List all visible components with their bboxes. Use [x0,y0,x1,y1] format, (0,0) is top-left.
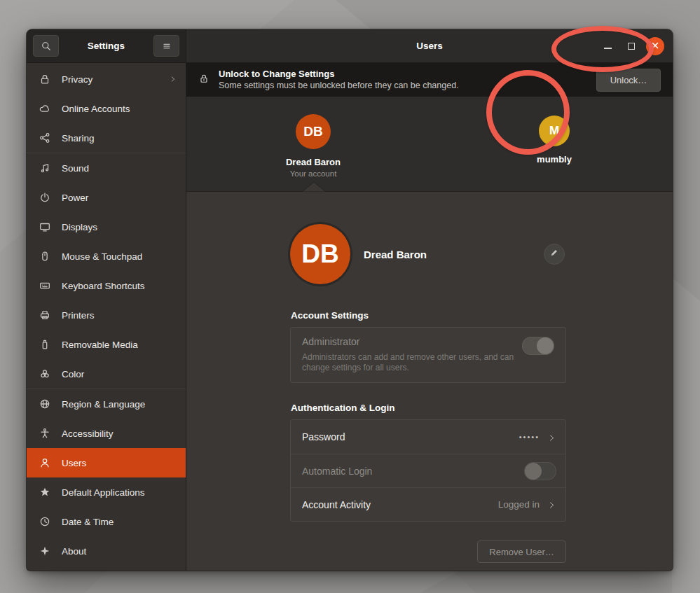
lock-icon [198,73,210,87]
star-icon [39,486,51,498]
account-settings-heading: Account Settings [291,310,566,321]
desktop-background: Settings Privacy Online Accounts Shar [0,0,700,593]
password-dots: ••••• [519,433,540,441]
your-account-label: Your account [264,169,362,178]
unlock-banner-title: Unlock to Change Settings [219,69,459,79]
globe-icon [39,398,51,410]
clock-icon [39,515,51,528]
sidebar-item-color[interactable]: Color [27,359,186,389]
account-name: Dread Baron [364,249,427,260]
user-card-dread-baron[interactable]: DB Dread Baron Your account [264,114,362,178]
avatar-mumbly[interactable]: M [539,116,570,146]
toggle-knob [525,463,542,480]
sidebar-item-sound[interactable]: Sound [27,153,186,183]
remove-user-button[interactable]: Remove User… [477,540,566,563]
administrator-toggle[interactable] [522,337,554,355]
sidebar-item-power[interactable]: Power [27,183,186,212]
chevron-right-icon [169,75,177,83]
sidebar-item-users[interactable]: Users [27,448,186,477]
color-circles-icon [39,368,51,380]
user-name: Dread Baron [264,157,362,167]
toggle-knob [537,337,554,354]
authentication-login-heading: Authentication & Login [291,403,566,413]
chevron-right-icon [547,433,556,442]
search-icon [41,41,52,52]
large-avatar[interactable]: DB [290,224,350,284]
power-icon [39,191,51,204]
automatic-login-toggle[interactable] [524,462,556,480]
sidebar-title: Settings [59,41,153,51]
window-controls [598,29,664,62]
unlock-banner-subtitle: Some settings must be unlocked before th… [219,81,459,91]
main-pane: Users Unlock to Change Settings Some set… [186,29,673,571]
account-activity-row[interactable]: Account Activity Logged in [291,487,565,521]
cloud-icon [39,102,51,115]
sidebar-item-mouse-touchpad[interactable]: Mouse & Touchpad [27,242,186,271]
sparkle-icon [39,545,51,557]
accessibility-person-icon [39,427,51,440]
sidebar-item-date-time[interactable]: Date & Time [27,507,186,536]
automatic-login-row: Automatic Login [291,454,565,487]
user-details-panel: DB Dread Baron Account Settings Administ… [186,192,673,571]
user-name: mumbly [505,154,603,165]
sidebar: Settings Privacy Online Accounts Shar [27,29,186,571]
account-activity-label: Account Activity [302,499,371,510]
sidebar-item-printers[interactable]: Printers [27,300,186,330]
sidebar-item-removable-media[interactable]: Removable Media [27,330,186,359]
keyboard-icon [39,279,51,292]
avatar-dread-baron[interactable]: DB [296,114,331,149]
account-settings-card: Administrator Administrators can add and… [290,327,566,383]
minimize-icon [604,48,612,49]
administrator-label: Administrator [302,336,554,347]
unlock-button[interactable]: Unlock… [596,69,661,92]
mouse-icon [39,250,51,263]
selected-user-pointer [302,182,326,192]
pencil-icon [549,248,559,260]
account-activity-value: Logged in [498,499,540,510]
user-card-mumbly[interactable]: M mumbly [505,116,603,165]
hamburger-icon [161,41,172,52]
sidebar-item-privacy[interactable]: Privacy [27,64,186,94]
maximize-button[interactable] [622,37,640,55]
sidebar-header: Settings [27,29,186,63]
unlock-banner: Unlock to Change Settings Some settings … [186,63,673,97]
administrator-row: Administrator Administrators can add and… [291,328,565,382]
automatic-login-label: Automatic Login [302,466,372,477]
chevron-right-icon [547,500,556,509]
sidebar-item-online-accounts[interactable]: Online Accounts [27,94,186,123]
close-icon [651,40,659,53]
sidebar-list: Privacy Online Accounts Sharing Sound [27,63,186,571]
settings-window: Settings Privacy Online Accounts Shar [27,29,673,571]
page-title: Users [416,41,443,51]
user-carousel: DB Dread Baron Your account M mumbly [186,97,673,192]
sidebar-item-keyboard-shortcuts[interactable]: Keyboard Shortcuts [27,271,186,300]
edit-name-button[interactable] [544,244,565,265]
sidebar-item-sharing[interactable]: Sharing [27,123,186,153]
sidebar-item-accessibility[interactable]: Accessibility [27,419,186,448]
music-note-icon [39,162,51,174]
menu-button[interactable] [153,35,179,57]
sidebar-item-region-language[interactable]: Region & Language [27,389,186,419]
identity-row: DB Dread Baron [290,224,566,284]
lock-icon [39,73,51,85]
flash-drive-icon [39,338,51,351]
close-button[interactable] [646,37,664,55]
sidebar-item-default-applications[interactable]: Default Applications [27,477,186,507]
printer-icon [39,309,51,321]
authentication-card: Password ••••• Automatic Login [290,419,566,522]
display-icon [39,221,51,233]
password-label: Password [302,431,345,442]
unlock-banner-text: Unlock to Change Settings Some settings … [219,69,459,91]
minimize-button[interactable] [598,37,617,55]
headerbar: Users [186,29,673,63]
share-icon [39,132,51,144]
sidebar-item-displays[interactable]: Displays [27,212,186,242]
search-button[interactable] [33,35,59,57]
password-row[interactable]: Password ••••• [291,420,565,454]
maximize-icon [628,43,635,50]
users-icon [39,456,51,469]
administrator-description: Administrators can add and remove other … [302,352,523,373]
sidebar-item-about[interactable]: About [27,536,186,566]
